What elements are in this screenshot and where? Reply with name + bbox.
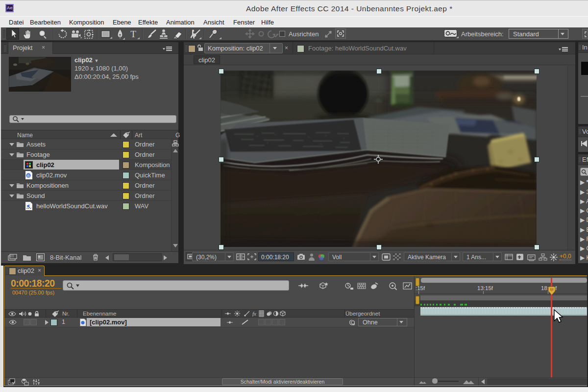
svg-text:fx: fx <box>252 311 256 317</box>
svg-text:T: T <box>130 29 136 39</box>
svg-text:B: B <box>27 173 29 178</box>
